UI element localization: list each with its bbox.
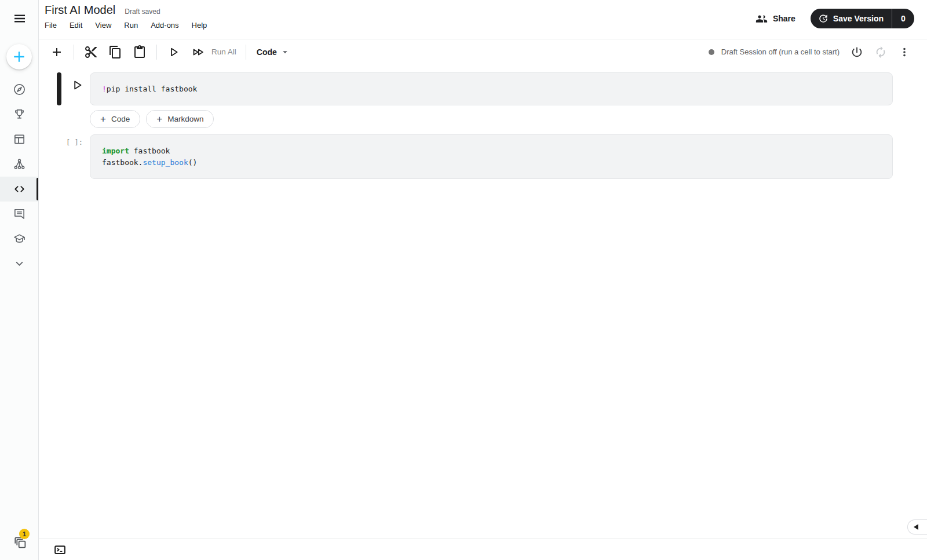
cut-cell-button[interactable] [84, 45, 98, 59]
add-markdown-cell-button[interactable]: + Markdown [146, 110, 214, 128]
autorenew-icon [874, 46, 887, 58]
left-sidebar: 1 [0, 0, 39, 560]
code-icon [13, 182, 26, 196]
active-events-button[interactable]: 1 [13, 535, 29, 551]
header-right: Share Save Version 0 [756, 9, 914, 28]
arrow-left-icon [914, 524, 918, 530]
menu-edit[interactable]: Edit [70, 21, 82, 30]
copy-icon [108, 45, 122, 59]
header-left: First AI Model Draft saved File Edit Vie… [45, 3, 207, 30]
restart-session-button[interactable] [874, 46, 887, 58]
terminal-icon [54, 544, 66, 556]
execution-prompt: [ ]: [66, 138, 83, 147]
session-power-button[interactable] [851, 46, 863, 58]
graduation-cap-icon [13, 232, 26, 246]
active-events-badge: 1 [19, 529, 30, 539]
notebook-title[interactable]: First AI Model [45, 3, 115, 17]
create-button[interactable] [6, 44, 32, 69]
cell-type-dropdown[interactable]: Code [257, 46, 291, 58]
code-token: () [188, 158, 198, 167]
copy-cell-button[interactable] [108, 45, 122, 59]
save-version-label: Save Version [833, 14, 884, 23]
code-line: import fastbook [102, 145, 881, 157]
session-status: Draft Session off (run a cell to start) [709, 47, 840, 56]
cell-type-label: Code [257, 47, 277, 57]
code-token: import [102, 147, 129, 155]
sidebar-item-code[interactable] [0, 177, 38, 202]
code-line: !pip install fastbook [102, 83, 881, 95]
toolbar-right: Draft Session off (run a cell to start) [709, 39, 927, 64]
code-cell-1: !pip install fastbook [57, 72, 893, 105]
sidebar-item-competitions[interactable] [0, 102, 38, 127]
run-cell-toolbar-button[interactable] [167, 45, 181, 59]
more-options-button[interactable] [898, 46, 911, 58]
comment-icon [13, 207, 26, 221]
sidebar-item-discussions[interactable] [0, 202, 38, 226]
save-version-button[interactable]: Save Version 0 [811, 9, 914, 28]
run-cell-1-button[interactable] [70, 78, 85, 93]
toolbar-divider [246, 45, 246, 60]
network-icon [13, 158, 26, 171]
cell-2-code-editor[interactable]: import fastbook fastbook.setup_book() [90, 134, 893, 179]
bottom-bar [39, 539, 927, 560]
menu-view[interactable]: View [95, 21, 111, 30]
session-dot-icon [709, 49, 714, 55]
paste-cell-button[interactable] [133, 45, 147, 59]
caret-down-icon [279, 46, 291, 58]
menu-help[interactable]: Help [192, 21, 207, 30]
code-token: setup_book [143, 158, 188, 167]
code-cell-2: [ ]: import fastbook fastbook.setup_book… [57, 134, 893, 179]
fast-forward-icon [191, 45, 205, 59]
draft-status: Draft saved [125, 8, 160, 16]
cell-1-code-editor[interactable]: !pip install fastbook [90, 72, 893, 105]
add-markdown-label: Markdown [167, 115, 203, 123]
share-button[interactable]: Share [756, 13, 795, 25]
scissors-icon [84, 45, 98, 59]
plus-icon: + [100, 114, 106, 124]
plus-icon: + [156, 114, 162, 124]
sidebar-item-learn[interactable] [0, 226, 38, 251]
cell-2-gutter: [ ]: [57, 134, 90, 179]
code-token: fastbook. [102, 158, 143, 167]
add-cell-button[interactable] [50, 45, 64, 59]
menu-toggle-button[interactable] [12, 12, 28, 25]
share-label: Share [773, 14, 795, 23]
run-all-button[interactable] [191, 45, 205, 59]
people-icon [756, 13, 768, 25]
active-indicator [37, 178, 38, 200]
plus-icon [11, 49, 27, 65]
collapse-panel-handle[interactable] [907, 519, 927, 535]
menubar: File Edit View Run Add-ons Help [45, 21, 207, 30]
menu-file[interactable]: File [45, 21, 57, 30]
toolbar-divider [156, 45, 157, 60]
run-all-label[interactable]: Run All [211, 47, 236, 56]
code-token: pip install fastbook [107, 85, 198, 93]
menu-add-ons[interactable]: Add-ons [151, 21, 178, 30]
add-cell-actions: + Code + Markdown [90, 110, 927, 128]
sidebar-item-datasets[interactable] [0, 127, 38, 152]
play-icon [167, 45, 181, 59]
sidebar-item-models[interactable] [0, 152, 38, 177]
sidebar-nav [0, 77, 38, 276]
save-version-main[interactable]: Save Version [811, 9, 892, 28]
sidebar-item-more[interactable] [0, 251, 38, 276]
chevron-down-icon [13, 257, 26, 270]
header: First AI Model Draft saved File Edit Vie… [39, 0, 927, 39]
console-button[interactable] [54, 544, 66, 556]
notebook-editor: !pip install fastbook + Code + Markdown … [39, 64, 927, 179]
add-code-cell-button[interactable]: + Code [90, 110, 140, 128]
code-token: ! [102, 85, 107, 93]
hamburger-icon [12, 12, 28, 25]
more-vert-icon [898, 46, 911, 58]
menu-run[interactable]: Run [124, 21, 138, 30]
plus-icon [50, 45, 64, 59]
clipboard-icon [133, 45, 147, 59]
selected-cell-indicator [57, 72, 61, 105]
power-icon [851, 46, 863, 58]
sidebar-item-explore[interactable] [0, 77, 38, 102]
code-line: fastbook.setup_book() [102, 157, 881, 169]
toolbar-divider [74, 45, 74, 60]
add-code-label: Code [111, 115, 130, 123]
code-token: fastbook [129, 147, 170, 155]
version-count[interactable]: 0 [892, 9, 914, 28]
